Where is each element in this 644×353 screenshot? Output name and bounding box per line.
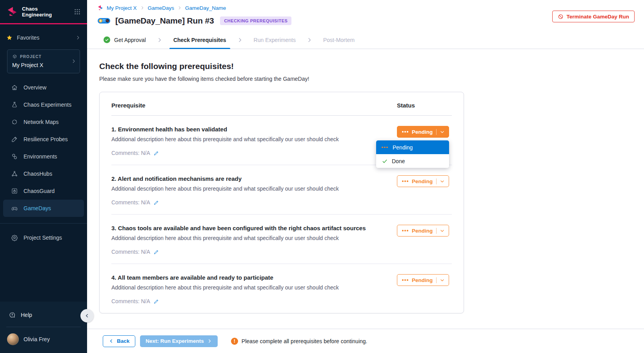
user-menu[interactable]: Olivia Frey: [0, 330, 87, 353]
status-label: Pending: [412, 277, 433, 283]
status-dropdown-button[interactable]: Pending: [397, 225, 449, 237]
avatar: [7, 333, 19, 345]
probe-icon: [11, 136, 18, 143]
sidebar-item-environments[interactable]: Environments: [0, 148, 87, 165]
footer-warning: Please complete all prerequisites before…: [231, 338, 367, 345]
prereq-row-1: 2. Alert and notification mechanisms are…: [111, 165, 452, 215]
warning-icon: [231, 338, 238, 345]
sidebar-item-chaos-experiments[interactable]: Chaos Experiments: [0, 96, 87, 113]
chevron-down-icon: [439, 228, 445, 234]
status-menu: Pending Done: [376, 140, 449, 168]
module-grid-icon[interactable]: [74, 8, 81, 15]
back-button[interactable]: Back: [103, 335, 135, 347]
chevron-right-icon: [75, 35, 81, 40]
prohibit-icon: [558, 14, 564, 20]
next-button[interactable]: Next: Run Experiments: [140, 335, 218, 347]
status-dropdown-button[interactable]: Pending: [397, 175, 449, 187]
sidebar-footer: Help Olivia Frey: [0, 302, 87, 353]
sidebar-item-overview[interactable]: Overview: [0, 79, 87, 96]
prereq-main: 2. Alert and notification mechanisms are…: [111, 175, 397, 206]
chevron-right-icon: [140, 5, 145, 10]
help-button[interactable]: Help: [0, 306, 87, 324]
sidebar-item-resilience-probes[interactable]: Resilience Probes: [0, 131, 87, 148]
sidebar-item-label: Overview: [24, 84, 46, 91]
terminate-label: Terminate GameDay Run: [566, 14, 629, 20]
back-label: Back: [117, 338, 129, 344]
sidebar-collapse-handle[interactable]: [80, 309, 94, 322]
edit-pencil-icon[interactable]: [153, 200, 159, 206]
prereq-status-cell: Pending Pending: [397, 126, 452, 156]
sidebar-item-chaoshubs[interactable]: ChaosHubs: [0, 165, 87, 182]
chevron-right-icon: [156, 37, 163, 43]
status-dropdown-button[interactable]: Pending: [397, 126, 449, 138]
step-0[interactable]: Get Approval: [104, 31, 146, 49]
breadcrumb-list: My Project X GameDays GameDay_Name: [107, 5, 226, 11]
app-title-line1: Chaos: [22, 6, 52, 12]
chevron-right-icon: [71, 58, 76, 64]
sidebar-item-label: ChaosGuard: [24, 188, 55, 194]
favorites-row[interactable]: Favorites: [6, 32, 81, 43]
edit-pencil-icon[interactable]: [153, 249, 159, 255]
prereq-title: 2. Alert and notification mechanisms are…: [111, 175, 385, 182]
comments-value: Comments: N/A: [111, 199, 150, 206]
check-icon: [382, 158, 388, 164]
main-area: My Project X GameDays GameDay_Name: [87, 0, 644, 353]
chevron-down-icon: [439, 178, 445, 184]
star-icon: [6, 35, 13, 41]
chevron-right-icon: [177, 5, 182, 10]
breadcrumb-link[interactable]: GameDay_Name: [185, 5, 226, 11]
status-dropdown-button[interactable]: Pending: [397, 274, 449, 286]
prereq-description: Additional description here about this p…: [111, 136, 385, 142]
chevron-down-icon: [439, 129, 445, 135]
step-2[interactable]: Run Experiments: [254, 31, 296, 49]
app-title: Chaos Engineering: [22, 6, 52, 18]
sidebar: Chaos Engineering Favorites PROJECT My P…: [0, 0, 87, 353]
status-option-done[interactable]: Done: [376, 154, 449, 168]
status-label: Pending: [412, 228, 433, 234]
project-selector[interactable]: PROJECT My Project X: [7, 49, 80, 73]
status-option-pending[interactable]: Pending: [376, 140, 449, 154]
chevron-right-icon: [306, 37, 313, 43]
prereq-comments: Comments: N/A: [111, 150, 385, 156]
comments-value: Comments: N/A: [111, 298, 150, 304]
sidebar-item-network-maps[interactable]: Network Maps: [0, 113, 87, 131]
prerequisite-list: 1. Environment health has been validated…: [111, 116, 452, 313]
sidebar-item-chaosguard[interactable]: ChaosGuard: [0, 182, 87, 200]
gamepad-icon: [11, 205, 18, 212]
warning-text: Please complete all prerequisites before…: [242, 338, 367, 344]
pending-dots-icon: [382, 147, 389, 148]
prereq-main: 1. Environment health has been validated…: [111, 126, 397, 156]
sidebar-item-label: Environments: [24, 153, 57, 160]
network-icon: [11, 118, 18, 126]
prereq-title: 4. All team members are available and re…: [111, 274, 385, 281]
flask-icon: [11, 101, 18, 108]
prereq-main: 3. Chaos tools are available and have be…: [111, 225, 397, 255]
sidebar-item-label: ChaosHubs: [24, 171, 52, 177]
column-status: Status: [397, 102, 452, 109]
comments-value: Comments: N/A: [111, 249, 150, 255]
sidebar-item-label: Project Settings: [24, 235, 62, 241]
step-1[interactable]: Check Prerequisites: [173, 31, 226, 49]
home-icon: [11, 84, 18, 91]
edit-pencil-icon[interactable]: [153, 150, 159, 156]
sidebar-item-gamedays[interactable]: GameDays: [3, 200, 84, 217]
sidebar-item-label: GameDays: [24, 205, 51, 211]
edit-pencil-icon[interactable]: [153, 298, 159, 304]
hub-icon: [11, 170, 18, 177]
content: Check the following prerequisites! Pleas…: [87, 49, 644, 329]
sidebar-item-project-settings[interactable]: Project Settings: [0, 229, 87, 246]
chevron-down-icon: [439, 277, 445, 283]
page-title: [GameDay_Name] Run #3: [115, 16, 214, 25]
chevron-right-icon: [237, 37, 243, 43]
pending-dots-icon: [402, 279, 409, 281]
chaos-logo-icon: [97, 5, 104, 11]
status-label: Pending: [412, 178, 433, 184]
pending-dots-icon: [402, 180, 409, 182]
terminate-gameday-button[interactable]: Terminate GameDay Run: [552, 11, 635, 22]
step-3[interactable]: Post-Mortem: [323, 31, 355, 49]
button-divider: [436, 129, 437, 135]
comments-value: Comments: N/A: [111, 150, 150, 156]
breadcrumb-link[interactable]: My Project X: [107, 5, 137, 11]
breadcrumb-link[interactable]: GameDays: [148, 5, 175, 11]
prereq-row-3: 4. All team members are available and re…: [111, 264, 452, 313]
